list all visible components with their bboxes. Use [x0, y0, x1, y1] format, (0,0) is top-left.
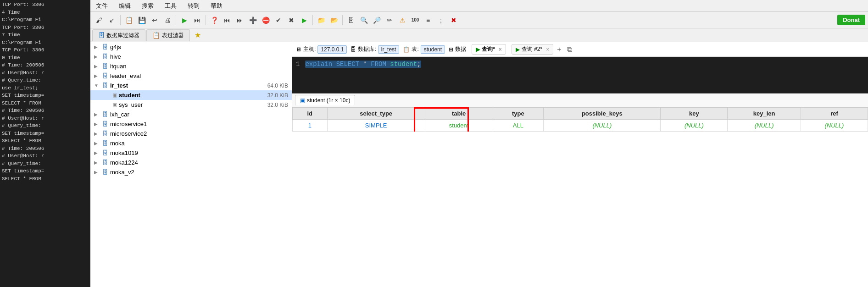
- cell-type: ALL: [493, 120, 544, 132]
- sidebar-item-lr-test[interactable]: ▼ 🗄 lr_test 64.0 KiB: [90, 81, 292, 90]
- query-tab-1[interactable]: ▶ 查询* ×: [472, 44, 506, 55]
- cell-id: 1: [293, 120, 328, 132]
- play-icon: ▶: [476, 46, 480, 53]
- toolbar-search-btn[interactable]: 🔍: [358, 14, 370, 26]
- toolbar-x-btn[interactable]: ✖: [285, 14, 297, 26]
- toolbar-next-btn[interactable]: ⏭: [234, 14, 246, 26]
- line-number: 1: [296, 61, 300, 68]
- toolbar-run-btn[interactable]: ▶: [178, 14, 190, 26]
- table-icon: ▣: [112, 92, 117, 98]
- sidebar-item-moka1224[interactable]: ▶ 🗄 moka1224: [90, 158, 292, 167]
- log-line: TCP Port: 3306: [2, 46, 89, 54]
- menu-file[interactable]: 文件: [94, 1, 110, 11]
- sidebar-item-hive[interactable]: ▶ 🗄 hive: [90, 52, 292, 61]
- toolbar-run2-btn[interactable]: ⏭: [191, 14, 203, 26]
- donate-button[interactable]: Donat: [837, 15, 865, 25]
- log-line: SELECT * FROM: [2, 175, 89, 183]
- toolbar-db-btn[interactable]: 🗄: [345, 14, 357, 26]
- toolbar-undo-btn[interactable]: ↩: [149, 14, 161, 26]
- results-area: ▣ student (1r × 10c) id select_type tabl…: [292, 94, 868, 287]
- cell-possible-keys: (NULL): [544, 120, 661, 132]
- menu-help[interactable]: 帮助: [209, 1, 224, 11]
- query-tab-2[interactable]: ▶ 查询 #2* ×: [512, 44, 553, 55]
- toolbar-help-btn[interactable]: ❓: [208, 14, 220, 26]
- sidebar-item-student[interactable]: ▣ student 32.0 KiB: [90, 90, 292, 100]
- sql-star: *: [363, 61, 367, 68]
- chevron-right-icon: ▶: [94, 44, 100, 50]
- db-icon: 🗄: [102, 121, 108, 127]
- toolbar-check-btn[interactable]: ✔: [273, 14, 284, 26]
- menu-search[interactable]: 搜索: [140, 1, 156, 11]
- student-size: 32.0 KiB: [267, 92, 288, 99]
- chevron-right-icon: ▶: [94, 150, 100, 155]
- sidebar-item-sys-user[interactable]: ▣ sys_user 32.0 KiB: [90, 100, 292, 110]
- toolbar-pen-btn[interactable]: ✏: [384, 14, 395, 26]
- copy-icon[interactable]: ⧉: [567, 45, 572, 54]
- toolbar-print-btn[interactable]: 🖨: [161, 14, 173, 26]
- table-filter-tab[interactable]: 📋 表过滤器: [146, 29, 190, 41]
- sidebar-item-itquan[interactable]: ▶ 🗄 itquan: [90, 61, 292, 71]
- sidebar-item-label: lxh_car: [110, 111, 129, 118]
- sidebar-item-moka1019[interactable]: ▶ 🗄 moka1019: [90, 148, 292, 158]
- db-icon: 🗄: [102, 149, 108, 156]
- toolbar-play-btn[interactable]: ▶: [298, 14, 310, 26]
- toolbar-stop-btn[interactable]: ⛔: [260, 14, 272, 26]
- star-icon[interactable]: ★: [195, 31, 201, 39]
- toolbar-semi-btn[interactable]: ;: [435, 14, 447, 26]
- menu-tools[interactable]: 工具: [163, 1, 178, 11]
- toolbar-brush-btn[interactable]: 🖌: [93, 14, 105, 26]
- toolbar-close-btn[interactable]: ✖: [448, 14, 460, 26]
- toolbar-prev-btn[interactable]: ⏮: [221, 14, 233, 26]
- log-line: # Time: 200506: [2, 107, 89, 115]
- menu-edit[interactable]: 编辑: [117, 1, 133, 11]
- db-filter-tab[interactable]: 🗄 数据库过滤器: [92, 29, 145, 41]
- toolbar-sep4: [312, 15, 313, 25]
- menu-goto[interactable]: 转到: [186, 1, 201, 11]
- sidebar-item-label: sys_user: [119, 101, 143, 108]
- sidebar-item-moka-v2[interactable]: ▶ 🗄 moka_v2: [90, 167, 292, 177]
- filter-tabs: 🗄 数据库过滤器 📋 表过滤器 ★: [90, 28, 868, 42]
- sidebar-item-label: moka_v2: [110, 169, 134, 176]
- toolbar: 🖌 ↙ 📋 💾 ↩ 🖨 ▶ ⏭ ❓ ⏮ ⏭ ➕ ⛔ ✔ ✖ ▶ 📁 📂 🗄 🔍 …: [90, 12, 868, 28]
- add-query-icon[interactable]: +: [557, 45, 561, 54]
- sidebar-item-label: moka: [110, 140, 125, 147]
- db-label: 数据库:: [358, 45, 376, 53]
- monitor-icon: 🖥: [296, 46, 301, 53]
- toolbar-binary-btn[interactable]: 100: [409, 14, 421, 26]
- query-tab-2-close[interactable]: ×: [546, 46, 549, 53]
- sidebar-item-moka[interactable]: ▶ 🗄 moka: [90, 138, 292, 148]
- sidebar-item-label: g4js: [110, 44, 121, 50]
- query-tab-1-label: 查询*: [482, 45, 495, 53]
- cell-table: student: [425, 120, 493, 132]
- toolbar-folder-btn[interactable]: 📁: [315, 14, 327, 26]
- toolbar-save-btn[interactable]: 💾: [136, 14, 148, 26]
- sql-table-name: student: [390, 61, 417, 68]
- toolbar-folder2-btn[interactable]: 📂: [328, 14, 340, 26]
- query-tab-1-close[interactable]: ×: [499, 46, 502, 53]
- sidebar-item-microservice2[interactable]: ▶ 🗄 microservice2: [90, 129, 292, 138]
- sidebar-item-lxh-car[interactable]: ▶ 🗄 lxh_car: [90, 110, 292, 119]
- toolbar-arrow-btn[interactable]: ↙: [106, 14, 118, 26]
- table-value: student: [421, 45, 445, 54]
- log-line: # User@Host: r: [2, 152, 89, 160]
- sidebar-item-label: microservice1: [110, 121, 147, 127]
- log-line: SELECT * FROM: [2, 137, 89, 145]
- log-line: SET timestamp=: [2, 92, 89, 99]
- table-icon: 📋: [403, 46, 410, 53]
- query-editor[interactable]: 1explain SELECT * FROM student;: [292, 57, 868, 94]
- cell-ref: (NULL): [801, 120, 868, 132]
- sys-user-size: 32.0 KiB: [267, 102, 288, 108]
- result-tab-student[interactable]: ▣ student (1r × 10c): [295, 95, 355, 105]
- sidebar-item-g4js[interactable]: ▶ 🗄 g4js: [90, 42, 292, 52]
- toolbar-list-btn[interactable]: ≡: [422, 14, 434, 26]
- chevron-right-icon: ▶: [94, 141, 100, 146]
- toolbar-add-btn[interactable]: ➕: [247, 14, 259, 26]
- sidebar-item-microservice1[interactable]: ▶ 🗄 microservice1: [90, 119, 292, 129]
- sidebar-item-leader-eval[interactable]: ▶ 🗄 leader_eval: [90, 71, 292, 81]
- log-line: # User@Host: r: [2, 115, 89, 122]
- data-segment[interactable]: ⊞ 数据: [449, 45, 466, 53]
- toolbar-alert-btn[interactable]: ⚠: [396, 14, 408, 26]
- toolbar-copy-btn[interactable]: 📋: [123, 14, 135, 26]
- result-tab-icon: ▣: [300, 97, 305, 104]
- toolbar-search2-btn[interactable]: 🔎: [371, 14, 383, 26]
